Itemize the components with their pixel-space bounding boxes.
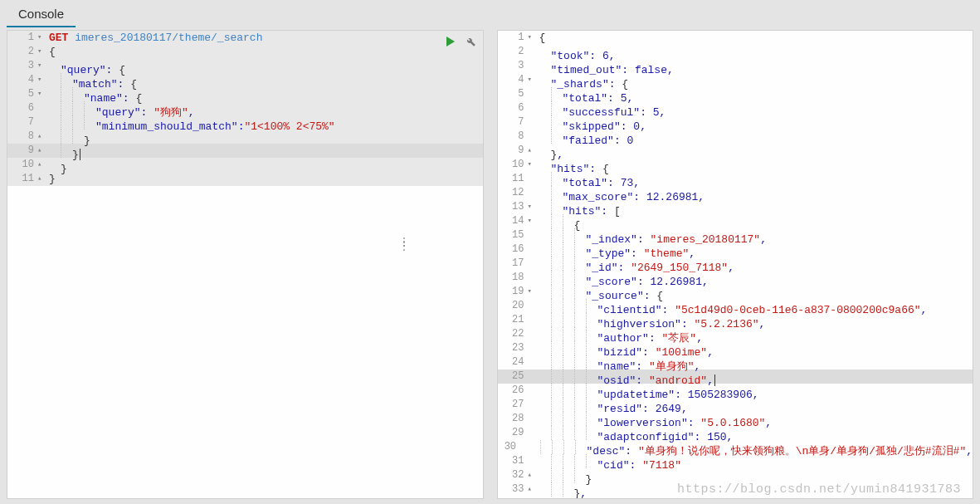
line-number: 28 bbox=[498, 412, 528, 426]
code-line[interactable]: 6"query": "狗狗", bbox=[7, 101, 483, 115]
fold-toggle[interactable]: ▾ bbox=[528, 73, 538, 87]
line-number: 8 bbox=[498, 130, 528, 144]
resize-handle-icon[interactable]: ⋮⋮ bbox=[399, 241, 409, 249]
fold-toggle bbox=[528, 271, 538, 285]
fold-toggle[interactable]: ▾ bbox=[528, 200, 538, 214]
fold-toggle[interactable]: ▾ bbox=[37, 59, 47, 73]
code-line[interactable]: 11▴} bbox=[7, 172, 483, 186]
fold-toggle bbox=[528, 327, 538, 341]
code-line[interactable]: 23"bizid": "100ime", bbox=[498, 341, 973, 355]
line-number: 6 bbox=[7, 101, 37, 115]
code-line[interactable]: 17"_id": "2649_150_7118", bbox=[498, 257, 973, 271]
fold-toggle bbox=[37, 115, 47, 130]
code-line[interactable]: 6"successful": 5, bbox=[498, 101, 973, 115]
code-line[interactable]: 7"minimum_should_match":"1<100% 2<75%" bbox=[7, 115, 483, 130]
code-line[interactable]: 26"updatetime": 1505283906, bbox=[498, 384, 973, 398]
fold-toggle bbox=[528, 87, 538, 101]
code-line[interactable]: 8"failed": 0 bbox=[498, 130, 973, 144]
line-number: 4 bbox=[498, 73, 528, 87]
tab-bar: Console bbox=[0, 0, 980, 25]
line-number: 24 bbox=[498, 355, 528, 369]
fold-toggle[interactable]: ▾ bbox=[37, 73, 47, 87]
fold-toggle[interactable]: ▾ bbox=[528, 214, 538, 228]
fold-toggle bbox=[528, 369, 538, 384]
fold-toggle bbox=[528, 186, 538, 200]
fold-toggle bbox=[528, 59, 538, 73]
code-line[interactable]: 15"_index": "imeres_20180117", bbox=[498, 228, 973, 242]
code-line[interactable]: 3"timed_out": false, bbox=[498, 59, 973, 73]
fold-toggle bbox=[528, 313, 538, 327]
line-number: 31 bbox=[498, 454, 528, 468]
code-line[interactable]: 7"skipped": 0, bbox=[498, 115, 973, 130]
line-number: 1 bbox=[498, 31, 528, 45]
code-line[interactable]: 1▾{ bbox=[498, 31, 973, 45]
line-number: 25 bbox=[498, 369, 528, 384]
wrench-icon[interactable] bbox=[463, 34, 478, 49]
line-number: 5 bbox=[498, 87, 528, 101]
console-tab[interactable]: Console bbox=[7, 3, 76, 27]
fold-toggle[interactable]: ▴ bbox=[37, 144, 47, 158]
code-line[interactable]: 9▴} bbox=[7, 144, 483, 158]
line-number: 32 bbox=[498, 468, 528, 482]
code-line[interactable]: 1▾GET imeres_20180117/theme/_search bbox=[7, 31, 483, 45]
line-number: 9 bbox=[7, 144, 37, 158]
line-number: 16 bbox=[498, 242, 528, 257]
line-number: 12 bbox=[498, 186, 528, 200]
code-line[interactable]: 20"clientid": "5c1d49d0-0ceb-11e6-a837-0… bbox=[498, 299, 973, 313]
fold-toggle bbox=[528, 355, 538, 369]
response-viewer[interactable]: 1▾{2"took": 6,3"timed_out": false,4▾"_sh… bbox=[497, 30, 974, 499]
fold-toggle[interactable]: ▴ bbox=[37, 158, 47, 172]
fold-toggle[interactable]: ▾ bbox=[528, 158, 538, 172]
fold-toggle[interactable]: ▴ bbox=[37, 172, 47, 186]
code-line[interactable]: 33▴}, bbox=[498, 482, 973, 497]
line-number: 10 bbox=[498, 158, 528, 172]
code-line[interactable]: 10▾"hits": { bbox=[498, 158, 973, 172]
fold-toggle bbox=[528, 341, 538, 355]
run-button[interactable] bbox=[443, 34, 458, 49]
fold-toggle[interactable]: ▾ bbox=[37, 87, 47, 101]
fold-toggle[interactable]: ▴ bbox=[37, 130, 47, 144]
fold-toggle bbox=[528, 172, 538, 186]
code-line[interactable]: 12"max_score": 12.26981, bbox=[498, 186, 973, 200]
line-number: 6 bbox=[498, 101, 528, 115]
code-line[interactable]: 3▾"query": { bbox=[7, 59, 483, 73]
code-line[interactable]: 5▾"name": { bbox=[7, 87, 483, 101]
fold-toggle bbox=[528, 130, 538, 144]
code-line[interactable]: 24"name": "单身狗", bbox=[498, 355, 973, 369]
fold-toggle bbox=[528, 228, 538, 242]
line-number: 5 bbox=[7, 87, 37, 101]
code-line[interactable]: 2▾{ bbox=[7, 45, 483, 59]
code-line[interactable]: 14▾{ bbox=[498, 214, 973, 228]
code-line[interactable]: 18"_score": 12.26981, bbox=[498, 271, 973, 285]
code-line[interactable]: 11"total": 73, bbox=[498, 172, 973, 186]
fold-toggle[interactable]: ▴ bbox=[528, 144, 538, 158]
line-number: 21 bbox=[498, 313, 528, 327]
fold-toggle[interactable]: ▾ bbox=[528, 285, 538, 299]
fold-toggle[interactable]: ▴ bbox=[528, 482, 538, 497]
code-line[interactable]: 4▾"match": { bbox=[7, 73, 483, 87]
code-line[interactable]: 30"desc": "单身狗！说你呢，快来领狗粮。\n单身/单身狗/孤独/悲伤#… bbox=[498, 440, 973, 454]
code-line[interactable]: 2"took": 6, bbox=[498, 45, 973, 59]
code-line[interactable]: 5"total": 5, bbox=[498, 87, 973, 101]
fold-toggle bbox=[519, 440, 526, 454]
line-number: 10 bbox=[7, 158, 37, 172]
code-line[interactable]: 25"osid": "android", bbox=[498, 369, 973, 384]
code-line[interactable]: 4▾"_shards": { bbox=[498, 73, 973, 87]
line-number: 29 bbox=[498, 426, 528, 440]
line-number: 22 bbox=[498, 327, 528, 341]
fold-toggle bbox=[528, 45, 538, 59]
line-number: 7 bbox=[498, 115, 528, 130]
code-line[interactable]: 19▾"_source": { bbox=[498, 285, 973, 299]
code-line[interactable]: 13▾"hits": [ bbox=[498, 200, 973, 214]
request-editor[interactable]: 1▾GET imeres_20180117/theme/_search2▾{3▾… bbox=[7, 30, 484, 499]
line-number: 2 bbox=[7, 45, 37, 59]
code-line[interactable]: 32▴} bbox=[498, 468, 973, 482]
fold-toggle[interactable]: ▴ bbox=[528, 468, 538, 482]
fold-toggle bbox=[528, 426, 538, 440]
line-number: 2 bbox=[498, 45, 528, 59]
fold-toggle bbox=[528, 398, 538, 412]
code-line[interactable]: 28"lowerversion": "5.0.1680", bbox=[498, 412, 973, 426]
fold-toggle[interactable]: ▾ bbox=[528, 31, 538, 45]
fold-toggle[interactable]: ▾ bbox=[37, 45, 47, 59]
fold-toggle bbox=[528, 101, 538, 115]
